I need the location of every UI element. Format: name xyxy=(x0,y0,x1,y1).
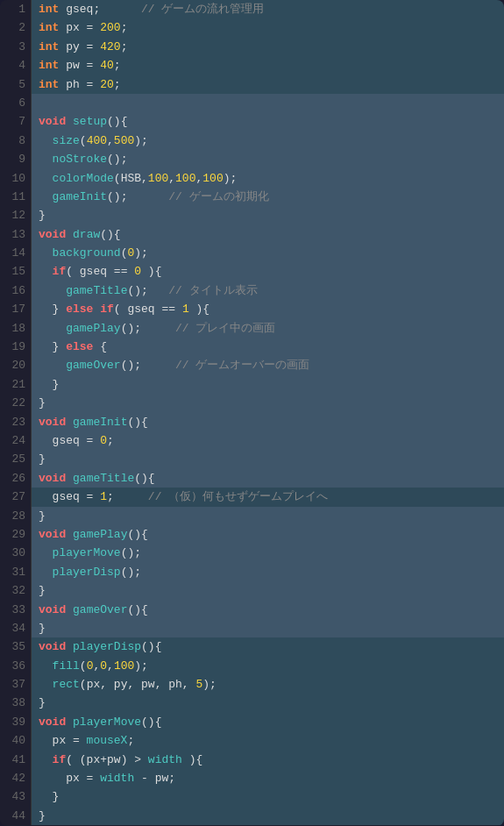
token-var-normal: } xyxy=(39,790,59,803)
line-number: 17 xyxy=(0,300,31,318)
token-var-normal: pw = xyxy=(59,59,100,72)
code-line: void gameInit(){ xyxy=(32,413,504,431)
token-fn: gameOver xyxy=(73,603,127,616)
token-kw-void: void xyxy=(39,716,66,729)
token-var-normal xyxy=(39,659,53,673)
token-var-normal: (); xyxy=(121,566,141,579)
code-content[interactable]: int gseq; // ゲームの流れ管理用int px = 200;int p… xyxy=(32,0,504,825)
code-line: if( gseq == 0 ){ xyxy=(32,262,504,281)
token-fn: background xyxy=(53,246,121,260)
token-num: 200 xyxy=(100,21,120,34)
token-var-normal: ); xyxy=(134,134,148,147)
code-line: } xyxy=(32,394,504,412)
token-var-normal xyxy=(39,678,53,691)
token-var-normal xyxy=(66,416,73,429)
line-number: 44 xyxy=(0,807,31,825)
token-var-normal: ); xyxy=(134,246,148,260)
token-var-normal: (); xyxy=(107,190,168,203)
token-kw-else: else xyxy=(66,303,93,316)
token-var-normal xyxy=(39,246,53,260)
code-line: gameOver(); // ゲームオーバーの画面 xyxy=(32,356,504,374)
token-num: 0 xyxy=(100,434,107,447)
token-var-normal: } xyxy=(39,809,46,822)
editor-container: 1234567891011121314151617181920212223242… xyxy=(0,0,504,826)
code-line: void gameTitle(){ xyxy=(32,469,504,488)
token-var-normal: ; xyxy=(114,78,121,91)
token-num: 0 xyxy=(134,265,141,278)
token-var-normal: gseq = xyxy=(39,434,100,447)
token-fn: colorMode xyxy=(53,172,114,185)
line-number: 3 xyxy=(0,38,31,56)
code-area: 1234567891011121314151617181920212223242… xyxy=(0,0,504,825)
line-number: 29 xyxy=(0,525,31,544)
token-var-normal: ); xyxy=(202,678,217,691)
token-var-normal: ); xyxy=(224,172,238,185)
token-kw-if: if xyxy=(100,303,114,316)
code-line: gamePlay(); // プレイ中の画面 xyxy=(32,319,504,338)
line-number: 25 xyxy=(0,450,31,468)
token-var-normal: ( (px+pw) > xyxy=(66,753,148,766)
token-fn: rect xyxy=(53,678,80,691)
token-var-normal: (){ xyxy=(127,603,147,616)
token-kw-void: void xyxy=(39,416,66,429)
token-kw-else: else xyxy=(66,340,93,353)
token-kw-void: void xyxy=(39,115,66,128)
token-var-normal xyxy=(66,640,73,653)
line-number: 11 xyxy=(0,188,31,206)
token-var-normal: ph = xyxy=(59,78,100,91)
line-number: 41 xyxy=(0,751,31,769)
token-var-normal: } xyxy=(39,340,66,353)
token-fn: playerDisp xyxy=(73,640,141,653)
code-line: } xyxy=(32,807,504,825)
token-var-normal xyxy=(66,115,73,128)
token-var-normal xyxy=(39,134,53,147)
token-var-normal xyxy=(39,322,66,335)
token-var-normal xyxy=(66,603,73,616)
code-line: } xyxy=(32,694,504,712)
token-fn: fill xyxy=(53,659,80,673)
code-line: } xyxy=(32,507,504,525)
token-fn: gameTitle xyxy=(66,284,127,297)
token-fn: gameInit xyxy=(73,416,127,429)
token-var-normal: ); xyxy=(134,659,148,673)
line-number: 21 xyxy=(0,375,31,394)
code-line: void playerMove(){ xyxy=(32,713,504,731)
line-number: 6 xyxy=(0,94,31,112)
code-line: rect(px, py, pw, ph, 5); xyxy=(32,675,504,694)
token-num: 100 xyxy=(175,172,195,185)
token-var-normal xyxy=(39,153,53,166)
code-line: } xyxy=(32,581,504,600)
token-var-special: width xyxy=(148,753,182,766)
code-line: void gameOver(){ xyxy=(32,601,504,619)
token-var-normal: } xyxy=(39,622,46,635)
token-var-normal: ){ xyxy=(189,303,209,316)
token-fn: gamePlay xyxy=(66,322,120,335)
code-line: px = mouseX; xyxy=(32,731,504,750)
token-kw-void: void xyxy=(39,603,66,616)
token-kw-int: int xyxy=(39,40,59,53)
token-var-normal: (HSB, xyxy=(114,172,148,185)
token-var-normal: ; xyxy=(127,734,134,747)
token-var-normal: (px, py, pw, ph, xyxy=(80,678,196,691)
token-var-normal: ( xyxy=(80,659,87,673)
token-var-normal xyxy=(39,566,53,579)
token-var-normal xyxy=(66,528,73,541)
token-var-normal: px = xyxy=(59,21,100,34)
code-line: gseq = 0; xyxy=(32,431,504,450)
token-var-normal: } xyxy=(39,396,46,409)
line-number: 8 xyxy=(0,132,31,150)
code-line: } xyxy=(32,375,504,394)
token-num: 1 xyxy=(100,490,107,503)
token-var-normal: ( gseq == xyxy=(114,303,182,316)
token-var-special: mouseX xyxy=(87,734,128,747)
line-number: 37 xyxy=(0,675,31,694)
token-var-normal xyxy=(39,190,53,203)
token-fn: draw xyxy=(73,228,100,241)
line-number: 19 xyxy=(0,338,31,356)
line-number: 32 xyxy=(0,581,31,600)
line-number: 12 xyxy=(0,206,31,224)
code-line: gameTitle(); // タイトル表示 xyxy=(32,281,504,300)
token-num: 100 xyxy=(148,172,168,185)
token-var-normal: } xyxy=(39,696,46,709)
code-line: px = width - pw; xyxy=(32,769,504,787)
